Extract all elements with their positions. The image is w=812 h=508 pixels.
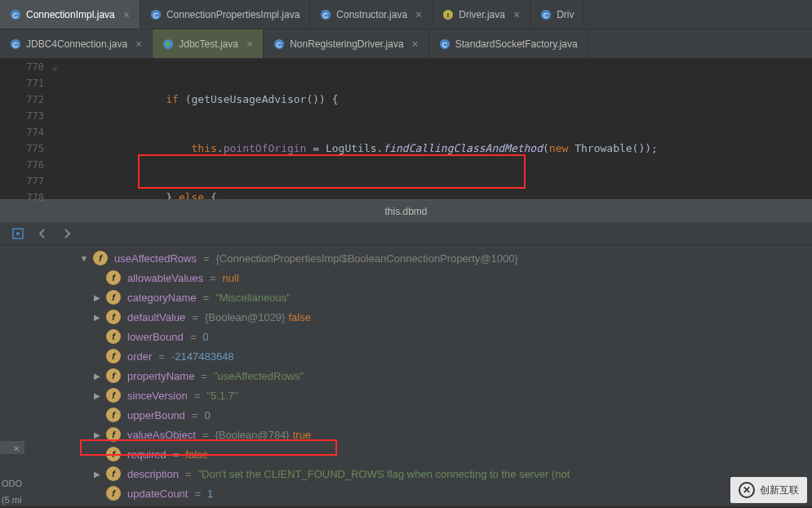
panel-close[interactable]: ×: [0, 441, 24, 454]
var-name: useAffectedRows: [114, 252, 197, 265]
var-row[interactable]: fsinceVersion="5.1.7": [33, 385, 812, 405]
var-value: -2147483648: [171, 350, 234, 363]
tab-driv-partial[interactable]: C Driv: [530, 0, 584, 29]
class-icon: C: [439, 38, 450, 50]
close-icon[interactable]: ×: [123, 8, 130, 21]
expander-spacer: [91, 489, 103, 498]
var-value: true: [293, 429, 311, 441]
var-value: false: [185, 448, 207, 461]
expander-spacer: [91, 332, 103, 341]
chevron-down-icon[interactable]: [78, 254, 90, 263]
status-todo: ODO: [0, 475, 33, 492]
var-name: allowableValues: [127, 272, 203, 284]
var-name: valueAsObject: [127, 429, 196, 441]
tab-nonregisteringdriver[interactable]: C NonRegisteringDriver.java ×: [264, 29, 429, 58]
expander-spacer: [91, 411, 103, 420]
tab-connectionimpl[interactable]: C ConnectionImpl.java ×: [0, 0, 140, 29]
field-badge-icon: f: [106, 270, 121, 285]
chevron-right-icon[interactable]: [91, 313, 103, 322]
var-row[interactable]: forder=-2147483648: [33, 346, 812, 366]
tab-jdbctest[interactable]: JdbcTest.java ×: [153, 29, 264, 58]
code-content[interactable]: if (getUseUsageAdvisor()) { this.pointOf…: [60, 59, 812, 199]
editor-tabs-row-1: C ConnectionImpl.java × C ConnectionProp…: [0, 0, 812, 29]
var-value: 0: [204, 409, 210, 421]
var-name: upperBound: [127, 409, 185, 421]
tab-label: Driver.java: [459, 9, 505, 20]
var-row[interactable]: fcategoryName="Miscellaneous": [33, 287, 812, 307]
chevron-right-icon[interactable]: [91, 470, 103, 479]
watermark-logo-icon: ✕: [739, 482, 755, 498]
field-badge-icon: f: [93, 251, 108, 265]
close-icon[interactable]: ×: [513, 8, 520, 21]
field-badge-icon: f: [106, 427, 121, 442]
tab-driver[interactable]: ! Driver.java ×: [433, 0, 530, 29]
field-badge-icon: f: [106, 486, 121, 501]
tab-label: ConnectionPropertiesImpl.java: [166, 9, 300, 20]
var-row[interactable]: flowerBound=0: [33, 327, 812, 346]
class-icon: C: [540, 9, 552, 20]
field-badge-icon: f: [106, 447, 121, 461]
code-editor[interactable]: 770771772773774775776777778⊖ if (getUseU…: [0, 59, 812, 199]
var-value: "Miscellaneous": [215, 292, 291, 304]
tab-label: JdbcTest.java: [179, 38, 238, 50]
field-badge-icon: f: [106, 466, 121, 481]
tab-label: ConnectionImpl.java: [26, 9, 115, 20]
expander-spacer: [91, 274, 103, 283]
tab-constructor[interactable]: C Constructor.java ×: [310, 0, 433, 29]
var-value: 0: [202, 331, 208, 343]
chevron-right-icon[interactable]: [91, 391, 103, 400]
status-time: (5 mi: [0, 492, 33, 508]
close-icon[interactable]: ×: [246, 38, 253, 51]
var-name: required: [127, 448, 166, 461]
field-badge-icon: f: [106, 310, 121, 324]
svg-text:!: !: [447, 11, 450, 19]
svg-point-19: [16, 232, 20, 235]
var-row[interactable]: fdefaultValue={Boolean@1029} false: [33, 307, 812, 327]
svg-text:C: C: [13, 40, 18, 48]
forward-icon[interactable]: [60, 227, 73, 240]
tab-standardsocketfactory[interactable]: C StandardSocketFactory.java: [429, 29, 588, 58]
svg-text:C: C: [323, 11, 328, 19]
var-row[interactable]: fdescription="Don't set the CLIENT_FOUND…: [33, 464, 812, 483]
back-icon[interactable]: [36, 227, 49, 240]
tab-label: JDBC4Connection.java: [26, 38, 127, 50]
tab-connectionpropsimpl[interactable]: C ConnectionPropertiesImpl.java: [140, 0, 310, 29]
tab-label: Constructor.java: [336, 9, 407, 20]
debug-toolbar: [0, 222, 812, 245]
chevron-right-icon[interactable]: [91, 430, 103, 439]
expander-spacer: [91, 450, 103, 459]
field-badge-icon: f: [106, 408, 121, 422]
close-icon[interactable]: ×: [412, 38, 419, 51]
chevron-right-icon[interactable]: [91, 372, 103, 381]
tab-label: StandardSocketFactory.java: [455, 38, 578, 50]
var-name: lowerBound: [127, 331, 184, 343]
watermark-text: 创新互联: [760, 483, 799, 497]
var-row[interactable]: frequired=false: [33, 444, 812, 464]
svg-text:C: C: [153, 11, 158, 19]
tooltip-text: this.dbmd: [384, 206, 427, 217]
tab-jdbc4connection[interactable]: C JDBC4Connection.java ×: [0, 29, 153, 58]
var-value: "Don't set the CLIENT_FOUND_ROWS flag wh…: [197, 468, 570, 480]
chevron-right-icon[interactable]: [91, 293, 103, 302]
expander-spacer: [91, 352, 103, 361]
var-root[interactable]: f useAffectedRows = {ConnectionPropertie…: [33, 248, 812, 268]
class-icon: C: [150, 9, 162, 20]
var-row[interactable]: fupperBound=0: [33, 405, 812, 425]
close-icon[interactable]: ×: [135, 38, 142, 51]
run-icon: [162, 38, 174, 50]
status-sidebar: ODO (5 mi: [0, 475, 33, 508]
var-value: "5.1.7": [206, 390, 237, 402]
watermark: ✕ 创新互联: [730, 477, 807, 503]
var-row[interactable]: fupdateCount=1: [33, 483, 812, 503]
close-icon[interactable]: ×: [415, 8, 422, 21]
svg-text:C: C: [442, 40, 447, 48]
class-icon: C: [10, 38, 21, 50]
var-name: sinceVersion: [127, 390, 188, 402]
var-row[interactable]: fvalueAsObject={Boolean@784} true: [33, 425, 812, 444]
debug-variables-panel[interactable]: f useAffectedRows = {ConnectionPropertie…: [0, 245, 812, 506]
var-name: updateCount: [127, 488, 188, 500]
var-name: order: [127, 350, 152, 363]
var-row[interactable]: fallowableValues=null: [33, 268, 812, 287]
var-row[interactable]: fpropertyName="useAffectedRows": [33, 366, 812, 385]
debug-config-icon[interactable]: [11, 227, 24, 240]
